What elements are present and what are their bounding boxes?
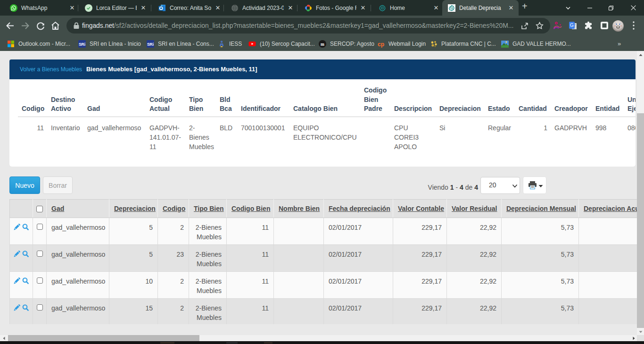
svg-text:cp: cp — [378, 41, 384, 47]
svg-text:SRi: SRi — [79, 42, 85, 46]
svg-text:SRi: SRi — [147, 42, 154, 46]
svg-text:m: m — [321, 42, 324, 46]
svg-text:G: G — [570, 23, 574, 28]
